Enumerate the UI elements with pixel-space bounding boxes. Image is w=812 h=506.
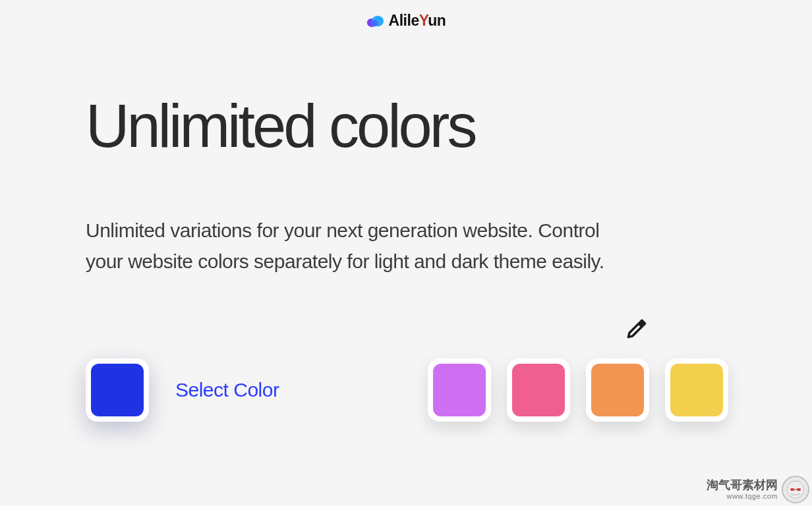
page-description: Unlimited variations for your next gener… [86,215,626,277]
svg-point-2 [370,20,377,26]
header: AlileYun [0,0,812,30]
color-picker-row: Select Color [86,316,728,422]
selected-color-swatch[interactable] [86,358,149,422]
hero-section: Unlimited colors Unlimited variations fo… [0,30,812,422]
palette-swatch-1[interactable] [428,358,491,422]
selected-color-group: Select Color [86,358,279,422]
watermark-badge-icon [782,476,809,503]
palette-swatch-3[interactable] [586,358,649,422]
brand-name: AlileYun [389,12,446,30]
watermark-text: 淘气哥素材网 www.tqge.com [707,479,778,500]
selected-color-inner [91,364,144,416]
select-color-label[interactable]: Select Color [175,379,279,401]
color-palette-group [428,316,728,422]
palette-swatch-2[interactable] [507,358,570,422]
watermark: 淘气哥素材网 www.tqge.com [707,476,809,503]
svg-rect-6 [794,490,798,490]
palette-swatch-4[interactable] [665,358,728,422]
palette-swatches [428,358,728,422]
page-title: Unlimited colors [86,96,726,156]
cloud-logo-icon [366,14,384,28]
eyedropper-icon[interactable] [624,316,649,344]
